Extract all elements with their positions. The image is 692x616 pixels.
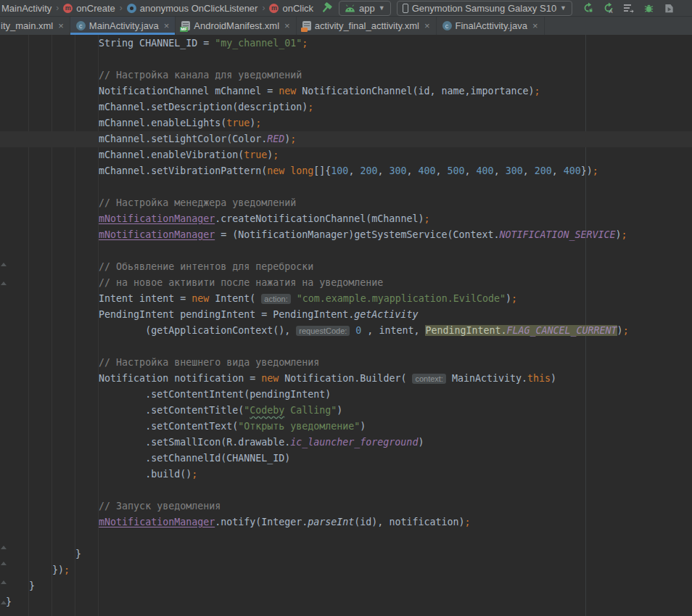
android-studio-window: MainActivity›monCreate›anonymous OnClick… [0, 0, 692, 616]
android-head-icon [345, 4, 355, 12]
breadcrumb-separator: › [56, 3, 59, 13]
editor-tab-bar: ity_main.xml×cMainActivity.java×MFAndroi… [0, 17, 692, 35]
run-config-label: app [359, 3, 375, 14]
svg-text:A: A [609, 8, 612, 14]
run-configurations-button[interactable] [622, 1, 635, 15]
code-line[interactable]: .setChannelId(CHANNEL_ID) [0, 451, 692, 467]
layout-file-icon [302, 21, 311, 30]
breadcrumb-item-oncreate[interactable]: monCreate [63, 3, 115, 14]
run-configurations-icon [623, 2, 635, 14]
android-icon [345, 4, 355, 12]
tab-activity-final-acttivity-xml[interactable]: activity_final_acttivity.xml× [297, 17, 437, 35]
close-tab-icon[interactable]: × [58, 20, 64, 31]
code-line[interactable]: mChannel.enableVibration(true); [0, 147, 692, 163]
code-line[interactable]: } [0, 546, 692, 562]
code-line[interactable] [0, 482, 692, 498]
hammer-icon [321, 2, 332, 14]
code-line[interactable]: mChannel.setVibrationPattern(new long[]{… [0, 163, 692, 179]
code-line[interactable]: // Настройка менеджера уведомлений [0, 195, 692, 211]
code-line[interactable]: .setContentIntent(pendingIntent) [0, 387, 692, 403]
chevron-down-icon: ▼ [379, 4, 385, 12]
debug-button[interactable] [642, 1, 656, 15]
code-line[interactable]: .build(); [0, 467, 692, 482]
anonymous-class-icon [127, 4, 136, 13]
apply-code-changes-button[interactable]: A [601, 1, 615, 15]
tab-label: ity_main.xml [1, 20, 53, 31]
build-project-button[interactable] [319, 1, 333, 15]
code-line[interactable]: mNotificationManager.createNotificationC… [0, 211, 692, 227]
code-line[interactable]: } [0, 594, 692, 610]
chevron-down-icon: ▼ [560, 4, 567, 12]
breadcrumb-item-anonymous-onclicklistener[interactable]: anonymous OnClickListener [127, 3, 258, 14]
profiler-icon [664, 3, 675, 14]
device-selector[interactable]: Genymotion Samsung Galaxy S10 ▼ [397, 1, 572, 16]
close-tab-icon[interactable]: × [424, 20, 430, 31]
breadcrumb: MainActivity›monCreate›anonymous OnClick… [1, 3, 313, 14]
code-line[interactable]: mNotificationManager.notify(Integer.pars… [0, 514, 692, 530]
code-line[interactable]: (getApplicationContext(), requestCode: 0… [0, 323, 692, 339]
breadcrumb-item-onclick[interactable]: monClick [269, 3, 313, 14]
tab-label: FinalActtivity.java [456, 20, 527, 31]
code-line[interactable] [0, 52, 692, 67]
breadcrumb-separator: › [120, 3, 123, 13]
code-line[interactable]: PendingIntent pendingIntent = PendingInt… [0, 307, 692, 323]
code-line[interactable]: // на новое активити после нажатия на ув… [0, 275, 692, 291]
code-line[interactable]: Intent intent = new Intent( action: "com… [0, 291, 692, 307]
code-line[interactable]: // Настройка канала для уведомлений [0, 67, 692, 83]
code-area: String CHANNEL_ID = "my_channel_01"; // … [0, 36, 692, 610]
profiler-button[interactable] [662, 1, 676, 15]
breadcrumb-label: anonymous OnClickListener [140, 3, 258, 14]
run-config-selector[interactable]: app ▼ [339, 1, 391, 16]
class-icon: c [76, 21, 86, 30]
code-line[interactable] [0, 243, 692, 259]
breadcrumb-label: onCreate [76, 3, 115, 14]
code-line[interactable]: String CHANNEL_ID = "my_channel_01"; [0, 36, 692, 52]
tab-androidmanifest-xml[interactable]: MFAndroidManifest.xml× [176, 17, 296, 35]
device-label: Genymotion Samsung Galaxy S10 [412, 3, 556, 14]
tab-ity-main-xml[interactable]: ity_main.xml× [0, 17, 70, 35]
tab-label: AndroidManifest.xml [194, 20, 279, 31]
code-line[interactable]: NotificationChannel mChannel = new Notif… [0, 83, 692, 99]
code-line[interactable]: mChannel.setDescription(description); [0, 99, 692, 115]
apply-changes-icon: A [603, 2, 614, 14]
code-line[interactable]: // Запуск уведомления [0, 498, 692, 514]
apply-changes-restart-button[interactable] [581, 1, 595, 15]
breadcrumb-separator: › [262, 3, 265, 13]
close-tab-icon[interactable]: × [284, 20, 290, 31]
close-tab-icon[interactable]: × [532, 20, 538, 31]
toolbar-actions: A [581, 1, 676, 15]
phone-icon [403, 4, 408, 13]
code-line[interactable]: // Настройка внешнего вида уведомления [0, 355, 692, 371]
manifest-file-icon: MF [181, 21, 190, 30]
breadcrumb-item-mainactivity[interactable]: MainActivity [1, 3, 52, 14]
method-icon: m [63, 4, 73, 13]
code-line[interactable]: .setSmallIcon(R.drawable.ic_launcher_for… [0, 435, 692, 451]
code-line[interactable] [0, 530, 692, 546]
code-editor[interactable]: String CHANNEL_ID = "my_channel_01"; // … [0, 35, 692, 616]
debug-bug-icon [643, 3, 654, 14]
code-line[interactable] [0, 179, 692, 195]
main-toolbar: MainActivity›monCreate›anonymous OnClick… [0, 0, 692, 17]
code-line[interactable]: mChannel.enableLights(true); [0, 115, 692, 131]
code-line[interactable]: .setContentTitle("Codeby Calling") [0, 403, 692, 419]
close-tab-icon[interactable]: × [164, 20, 170, 31]
tab-mainactivity-java[interactable]: cMainActivity.java× [70, 17, 176, 35]
breadcrumb-label: onClick [282, 3, 313, 14]
code-line[interactable]: .setContentText("Открыть уведомление") [0, 419, 692, 435]
code-line[interactable]: }); [0, 562, 692, 578]
tab-label: MainActivity.java [89, 20, 159, 31]
tab-label: activity_final_acttivity.xml [315, 20, 419, 31]
code-line-current[interactable]: mChannel.setLightColor(Color.RED); [0, 131, 692, 147]
code-line[interactable] [0, 339, 692, 355]
tab-finalacttivity-java[interactable]: cFinalActtivity.java× [437, 17, 545, 35]
rerun-icon [582, 2, 594, 14]
breadcrumb-label: MainActivity [1, 3, 52, 14]
code-line[interactable]: mNotificationManager = (NotificationMana… [0, 227, 692, 243]
code-line[interactable]: Notification notification = new Notifica… [0, 371, 692, 387]
method-icon: m [269, 4, 279, 13]
class-icon: c [442, 21, 452, 30]
code-line[interactable]: } [0, 578, 692, 594]
code-line[interactable]: // Обьявление интентов для переброски [0, 259, 692, 275]
